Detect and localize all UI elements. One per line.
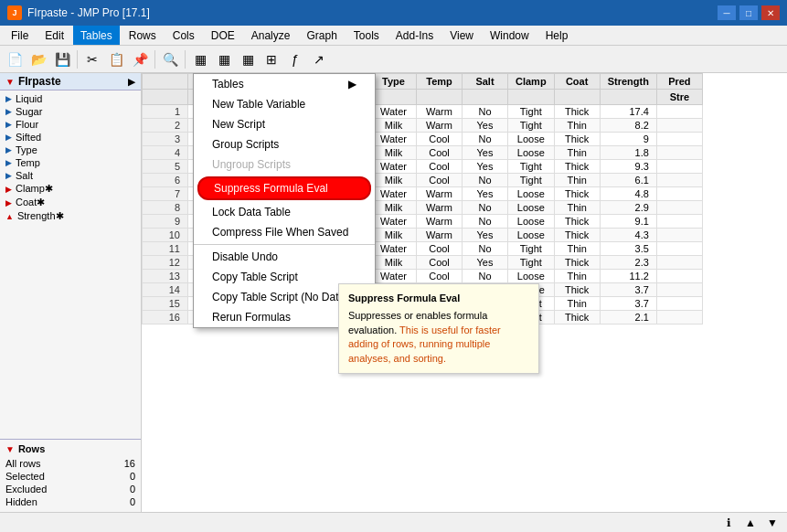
ungroup-scripts-label: Ungroup Scripts <box>212 158 291 171</box>
col-header2-0 <box>143 90 188 105</box>
col-header-Clamp[interactable]: Clamp <box>508 74 555 90</box>
menu-item-lock-data-table[interactable]: Lock Data Table <box>194 202 375 222</box>
toolbar-arrow[interactable]: ↗ <box>308 48 330 70</box>
cell-r11-c5: Milk <box>371 256 417 270</box>
window-controls[interactable]: ─ □ ✕ <box>718 5 780 20</box>
status-down-icon[interactable]: ▼ <box>765 516 780 530</box>
toolbar-open[interactable]: 📂 <box>27 48 49 70</box>
menu-addins[interactable]: Add-Ins <box>388 26 441 45</box>
rows-item-value: 16 <box>124 458 135 469</box>
var-name: Flour <box>16 119 38 130</box>
toolbar-paste[interactable]: 📌 <box>129 48 151 70</box>
toolbar-new[interactable]: 📄 <box>4 48 26 70</box>
cell-r1-c11 <box>656 119 702 133</box>
cell-r12-c9: Thin <box>554 270 600 283</box>
toolbar-table3[interactable]: ▦ <box>237 48 259 70</box>
minimize-button[interactable]: ─ <box>718 5 736 20</box>
menu-item-group-scripts[interactable]: Group Scripts <box>194 134 375 154</box>
menu-item-compress-file[interactable]: Compress File When Saved <box>194 222 375 242</box>
menu-file[interactable]: File <box>4 26 36 45</box>
menu-item-disable-undo[interactable]: Disable Undo <box>194 247 375 267</box>
menu-window[interactable]: Window <box>483 26 537 45</box>
col-header-Temp[interactable]: Temp <box>417 74 463 90</box>
cell-r6-c5: Water <box>371 187 417 201</box>
col-var-item-type[interactable]: ▶ Type <box>0 144 141 156</box>
col-var-item-strength[interactable]: ▲ Strength✱ <box>0 209 141 223</box>
menu-item-new-script[interactable]: New Script <box>194 114 375 134</box>
cell-r10-c6: Cool <box>417 242 463 256</box>
col-header-Pred Stre[interactable]: Pred <box>656 74 702 90</box>
menu-tools[interactable]: Tools <box>346 26 387 45</box>
cell-r1-c9: Thin <box>554 119 600 133</box>
cell-r11-c9: Thick <box>554 256 600 270</box>
menu-view[interactable]: View <box>442 26 481 45</box>
rows-item-excluded: Excluded 0 <box>5 483 135 495</box>
toolbar-search[interactable]: 🔍 <box>159 48 181 70</box>
cell-r4-c9: Thick <box>554 160 600 174</box>
col-header2-5 <box>371 90 417 105</box>
col-var-item-clamp[interactable]: ▶ Clamp✱ <box>0 182 141 196</box>
menu-cols[interactable]: Cols <box>165 26 202 45</box>
cell-r5-c8: Tight <box>508 174 555 187</box>
col-header2-7 <box>463 90 508 105</box>
col-var-item-coat[interactable]: ▶ Coat✱ <box>0 196 141 209</box>
menu-rows[interactable]: Rows <box>122 26 164 45</box>
toolbar-table2[interactable]: ▦ <box>213 48 235 70</box>
cell-r10-c8: Tight <box>508 242 555 256</box>
var-name: Type <box>16 144 37 155</box>
menu-item-suppress-formula[interactable]: Suppress Formula Eval <box>197 176 371 200</box>
menu-doe[interactable]: DOE <box>204 26 242 45</box>
col-var-item-sugar[interactable]: ▶ Sugar <box>0 105 141 118</box>
cell-r5-c7: No <box>463 174 508 187</box>
menu-item-new-table-variable[interactable]: New Table Variable <box>194 94 375 114</box>
maximize-button[interactable]: □ <box>739 5 758 20</box>
toolbar-formula[interactable]: ƒ <box>284 48 306 70</box>
cell-r0-c10: 17.4 <box>600 105 656 119</box>
cell-r4-c10: 9.3 <box>600 160 656 174</box>
col-var-item-flour[interactable]: ▶ Flour <box>0 118 141 131</box>
toolbar-table4[interactable]: ⊞ <box>261 48 282 70</box>
cell-r7-c8: Loose <box>508 201 555 215</box>
main-area: ▼ FIrpaste ▶ ▶ Liquid▶ Sugar▶ Flour▶ Sif… <box>0 73 787 512</box>
toolbar-table1[interactable]: ▦ <box>189 48 211 70</box>
status-up-icon[interactable]: ▲ <box>743 516 758 530</box>
cell-r15-c11 <box>656 311 702 325</box>
lock-data-table-label: Lock Data Table <box>212 206 291 218</box>
menu-tables[interactable]: Tables <box>73 26 120 45</box>
status-info-icon[interactable]: ℹ <box>721 516 736 530</box>
toolbar-cut[interactable]: ✂ <box>81 48 103 70</box>
toolbar-copy[interactable]: 📋 <box>105 48 127 70</box>
col-header-Strength[interactable]: Strength <box>600 74 656 90</box>
col-header2-6 <box>417 90 463 105</box>
cell-r5-c11 <box>656 174 702 187</box>
rows-item-value: 0 <box>130 496 135 507</box>
col-header-rownum[interactable] <box>143 74 188 90</box>
cell-r8-c11 <box>656 215 702 229</box>
cell-r9-c6: Warm <box>417 229 463 242</box>
cell-r6-c6: Warm <box>417 187 463 201</box>
col-header-Type[interactable]: Type <box>371 74 417 90</box>
col-header-Salt[interactable]: Salt <box>463 74 508 90</box>
col-var-item-liquid[interactable]: ▶ Liquid <box>0 92 141 105</box>
col-header-Coat[interactable]: Coat <box>554 74 600 90</box>
cell-r6-c7: Yes <box>463 187 508 201</box>
data-area[interactable]: LiquidSugarFlourSiftedTypeTempSaltClampC… <box>142 73 787 512</box>
toolbar-save[interactable]: 💾 <box>51 48 73 70</box>
menu-item-tables[interactable]: Tables ▶ <box>194 74 375 94</box>
col-var-item-temp[interactable]: ▶ Temp <box>0 156 141 169</box>
col-var-item-sifted[interactable]: ▶ Sifted <box>0 131 141 144</box>
col-var-item-salt[interactable]: ▶ Salt <box>0 169 141 182</box>
menu-edit[interactable]: Edit <box>37 26 71 45</box>
cell-r11-c8: Tight <box>508 256 555 270</box>
menu-help[interactable]: Help <box>538 26 576 45</box>
var-name: Coat✱ <box>16 197 45 208</box>
close-button[interactable]: ✕ <box>761 5 780 20</box>
cell-r0-c9: Thick <box>554 105 600 119</box>
var-icon: ▶ <box>5 133 12 142</box>
menu-graph[interactable]: Graph <box>299 26 344 45</box>
cell-r5-c6: Cool <box>417 174 463 187</box>
cell-r0-c8: Tight <box>508 105 555 119</box>
cell-r10-c10: 3.5 <box>600 242 656 256</box>
menu-analyze[interactable]: Analyze <box>244 26 298 45</box>
cell-r5-c9: Thin <box>554 174 600 187</box>
